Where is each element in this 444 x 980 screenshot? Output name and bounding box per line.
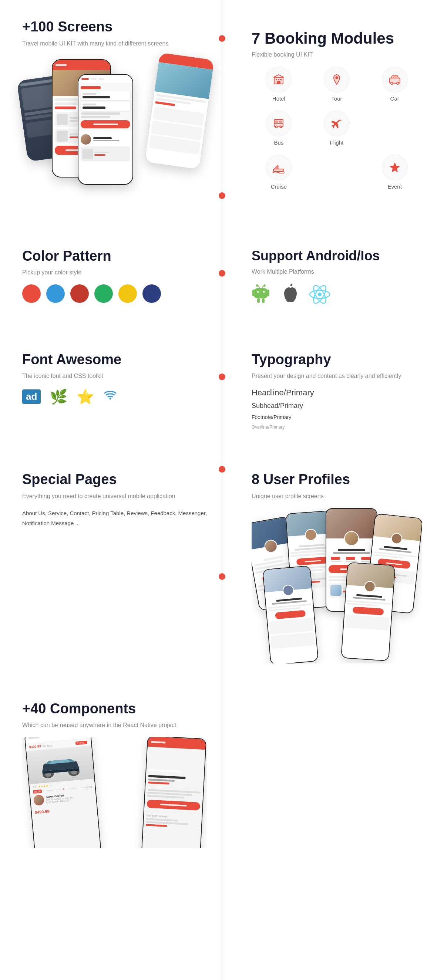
typo-overline: Overline/Primary	[252, 425, 422, 430]
svg-point-6	[335, 76, 338, 79]
svg-rect-13	[393, 76, 397, 78]
svg-rect-32	[257, 298, 260, 303]
svg-point-18	[276, 126, 277, 127]
phones-container	[22, 56, 207, 211]
typography-subtitle: Present your design and content as clear…	[252, 372, 422, 380]
wifi-icon	[103, 388, 117, 405]
event-icon-wrap	[382, 154, 408, 180]
screens-title: +100 Screens	[22, 19, 207, 35]
booking-subtitle: Flexible booking UI KIT	[252, 50, 422, 59]
bus-icon-wrap	[266, 111, 292, 137]
svg-point-12	[397, 83, 398, 84]
special-title: Special Pages	[22, 471, 207, 488]
bus-label: Bus	[274, 139, 283, 146]
components-subtitle: Which can be reused anywhere in the Reac…	[22, 721, 207, 730]
profiles-section: 8 User Profiles Unique user profile scre…	[222, 453, 444, 682]
typography-section: Typography Present your design and conte…	[222, 333, 444, 453]
event-icon	[389, 162, 401, 173]
color-green	[94, 285, 113, 303]
color-section: Color Pattern Pickup your color style	[0, 229, 222, 333]
timeline-dot-5	[219, 466, 225, 473]
hotel-label: Hotel	[272, 95, 285, 102]
svg-point-11	[391, 83, 393, 84]
tour-icon-wrap	[324, 67, 350, 92]
empty-cell	[367, 111, 422, 146]
booking-title: 7 Booking Modules	[252, 30, 422, 47]
timeline-dot-2	[219, 192, 225, 199]
platform-icons-container	[252, 284, 422, 307]
screens-subtitle: Travel mobile UI KIT with many kind of d…	[22, 39, 207, 48]
color-crimson	[70, 285, 89, 303]
components-right	[222, 682, 444, 867]
svg-rect-33	[262, 298, 265, 303]
support-subtitle: Work Multiple Platforms	[252, 267, 422, 276]
timeline-dot-4	[219, 374, 225, 380]
phone-front	[78, 74, 133, 185]
bus-icon	[273, 118, 284, 129]
typo-subhead: Subhead/Primary	[252, 402, 422, 410]
module-tour: Tour	[310, 67, 364, 102]
svg-point-36	[257, 291, 259, 293]
profiles-title: 8 User Profiles	[252, 471, 422, 488]
module-bus: Bus	[252, 111, 306, 146]
comp-phone-right: Standard Package	[141, 737, 207, 848]
profile-phone-5	[341, 562, 396, 661]
car-label: Car	[390, 95, 399, 102]
profile-phone-4	[262, 565, 319, 663]
svg-point-37	[263, 291, 265, 293]
svg-point-19	[281, 126, 281, 127]
comp-phone-main: $399.99 Per Day Premi...	[24, 737, 102, 848]
svg-rect-4	[280, 79, 281, 80]
tour-icon	[331, 73, 343, 86]
typo-footnote: Footnote/Primary	[252, 414, 422, 420]
car-icon-wrap	[382, 67, 408, 92]
cruise-icon	[272, 162, 285, 173]
car-icon	[388, 73, 401, 86]
module-cruise: Cruise	[252, 154, 306, 190]
svg-rect-2	[276, 79, 277, 80]
module-flight: Flight	[310, 111, 364, 146]
typography-title: Typography	[252, 351, 422, 368]
font-icons-container: ad 🌿 ⭐	[22, 388, 207, 405]
svg-point-38	[318, 293, 321, 296]
svg-rect-21	[279, 121, 282, 123]
special-subtitle: Everything you need to create universal …	[22, 492, 207, 501]
tour-label: Tour	[331, 95, 342, 102]
react-icon	[309, 285, 331, 306]
svg-marker-26	[390, 162, 400, 172]
color-subtitle: Pickup your color style	[22, 268, 207, 277]
typography-items: Headline/Primary Subhead/Primary Footnot…	[252, 388, 422, 430]
leaf-icon: 🌿	[50, 389, 67, 405]
color-yellow	[118, 285, 137, 303]
svg-rect-30	[252, 290, 255, 296]
color-navy	[142, 285, 161, 303]
flight-label: Flight	[330, 139, 344, 146]
special-links: About Us, Service, Contact, Pricing Tabl…	[22, 508, 207, 528]
color-dots-container	[22, 285, 207, 303]
flight-icon	[330, 118, 343, 129]
svg-rect-23	[273, 169, 284, 172]
hotel-icon-wrap	[266, 67, 292, 92]
svg-rect-31	[267, 290, 269, 296]
module-event: Event	[367, 154, 422, 190]
cruise-icon-wrap	[266, 154, 292, 180]
flight-icon-wrap	[324, 111, 350, 137]
cruise-label: Cruise	[271, 183, 287, 190]
font-section: Font Awesome The iconic font and CSS too…	[0, 333, 222, 453]
svg-rect-14	[274, 119, 283, 127]
timeline-line	[222, 0, 222, 980]
font-subtitle: The iconic font and CSS toolkit	[22, 372, 207, 380]
apple-icon	[281, 284, 298, 307]
components-title: +40 Components	[22, 700, 207, 718]
color-red	[22, 285, 41, 303]
svg-rect-20	[275, 121, 278, 123]
timeline-dot-1	[219, 35, 225, 42]
typo-headline: Headline/Primary	[252, 388, 422, 398]
empty-cell-2	[310, 154, 364, 190]
svg-rect-29	[254, 288, 268, 298]
phone-back-right	[144, 52, 215, 170]
profiles-subtitle: Unique user profile screens	[252, 492, 422, 501]
support-title: Support Android/Ios	[252, 248, 422, 264]
android-icon	[252, 284, 270, 307]
module-car: Car	[367, 67, 422, 102]
